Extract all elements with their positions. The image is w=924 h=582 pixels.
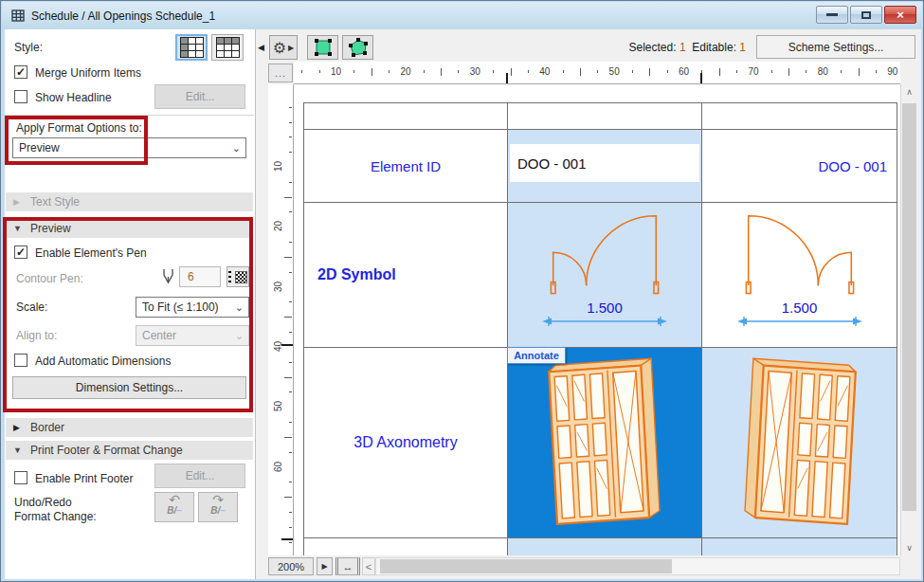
ruler-tick [859, 68, 860, 76]
pen-dots-icon [228, 271, 231, 283]
collapsed-arrow-icon: ▶ [13, 423, 23, 432]
vertical-scrollbar-thumb[interactable] [902, 103, 916, 511]
vertical-scrollbar[interactable]: ∧ ∨ [900, 84, 916, 555]
table-cell[interactable] [304, 538, 508, 555]
minimize-button[interactable] [816, 6, 848, 24]
cell-3d-axonometry-selected[interactable]: Annotate [508, 348, 702, 538]
table-cell[interactable] [508, 103, 702, 130]
cell-element-id-selected[interactable]: DOO - 001 [508, 130, 702, 203]
element-id-edit-field[interactable]: DOO - 001 [510, 144, 699, 182]
align-to-dropdown[interactable]: Center ⌄ [136, 325, 249, 346]
enable-elements-pen-checkbox[interactable]: ✓ [14, 246, 27, 259]
chevron-down-icon: ⌄ [235, 301, 248, 314]
style-rows-icon [216, 37, 240, 58]
expanded-arrow-icon: ▼ [13, 224, 23, 233]
ruler-tick [876, 70, 877, 73]
fit-width-button[interactable]: ↔ [335, 557, 360, 575]
scroll-left-icon[interactable]: < [362, 557, 375, 575]
table-cell[interactable] [304, 103, 508, 130]
row-label-element-id[interactable]: Element ID [304, 130, 508, 203]
check-icon: ✓ [16, 246, 26, 259]
section-border[interactable]: ▶ Border [6, 418, 253, 437]
restore-button[interactable] [850, 6, 882, 24]
ruler-number: 60 [273, 461, 283, 471]
row-label-2d-symbol[interactable]: 2D Symbol [304, 203, 508, 348]
ruler-number: 60 [679, 66, 689, 77]
horizontal-scrollbar-thumb[interactable] [380, 559, 672, 573]
select-polygon-button[interactable] [342, 35, 373, 60]
selection-rectangle-icon [313, 37, 334, 58]
cell-2d-symbol[interactable]: 1.500 [702, 203, 897, 348]
preview-options-button[interactable]: ⚙ ▶ [269, 35, 298, 60]
apply-format-options-dropdown[interactable]: Preview ⌄ [12, 137, 246, 158]
cell-2d-symbol-selected[interactable]: 1.500 [508, 203, 702, 348]
style-by-row-button[interactable] [211, 34, 244, 61]
pen-color-button[interactable] [226, 266, 249, 287]
close-button[interactable]: × [884, 6, 916, 24]
dimension: 1.500 [541, 300, 668, 327]
scale-label: Scale: [16, 300, 47, 314]
dimension-settings-button[interactable]: Dimension Settings... [12, 376, 246, 399]
select-area-button[interactable] [307, 35, 338, 60]
ruler-selection-marker [700, 73, 702, 84]
contour-pen-value-field[interactable]: 6 [179, 266, 221, 287]
chevron-down-icon: ⌄ [235, 330, 248, 342]
ruler-tick [289, 391, 292, 392]
undo-redo-label-line2: Format Change: [14, 510, 97, 523]
ruler-tick [632, 70, 633, 73]
section-text-style[interactable]: ▶ Text Style [6, 192, 253, 211]
ruler-tick [289, 107, 292, 108]
ruler-number: 40 [273, 341, 283, 352]
ruler-tick [597, 70, 598, 73]
undo-format-button[interactable]: ↶ B/– [154, 492, 194, 522]
titlebar[interactable]: Schedule / All Openings Schedule_1 × [2, 2, 922, 29]
ruler-tick [301, 70, 302, 73]
enable-elements-pen-label: Enable Element's Pen [35, 246, 147, 260]
cell-3d-axonometry[interactable] [702, 348, 897, 538]
table-cell[interactable] [508, 538, 702, 555]
enable-print-footer-label: Enable Print Footer [35, 472, 133, 485]
show-headline-checkbox[interactable] [14, 90, 27, 103]
apply-format-options-label: Apply Format Options to: [16, 121, 142, 135]
ruler-tick [289, 272, 292, 273]
redo-icon: ↷ [212, 493, 224, 506]
door-3d-axonometry-mirrored [734, 352, 866, 534]
zoom-flyout-button[interactable]: ▶ [317, 557, 333, 575]
edit-headline-button[interactable]: Edit... [154, 84, 245, 109]
ruler-tick [528, 70, 529, 73]
add-automatic-dimensions-checkbox[interactable] [14, 354, 27, 367]
ruler-tick [841, 70, 842, 73]
zoom-level-button[interactable]: 200% [268, 557, 314, 575]
cell-element-id[interactable]: DOO - 001 [702, 130, 897, 203]
ruler-options-button[interactable]: ... [268, 64, 293, 82]
ruler-tick [580, 68, 581, 76]
scale-dropdown[interactable]: To Fit (≤ 1:100) ⌄ [136, 297, 249, 318]
ruler-selection-marker [281, 538, 293, 540]
scroll-up-icon[interactable]: ∧ [901, 84, 917, 100]
scroll-down-icon[interactable]: ∨ [901, 540, 917, 555]
horizontal-scrollbar[interactable] [375, 557, 900, 575]
style-by-column-button[interactable] [175, 34, 208, 61]
ruler-tick [284, 497, 292, 498]
section-print-footer[interactable]: ▼ Print Footer & Format Change [6, 441, 253, 460]
style-columns-icon [180, 37, 204, 58]
section-preview[interactable]: ▼ Preview [6, 219, 253, 238]
ruler-tick [389, 70, 390, 73]
ruler-tick [493, 70, 494, 73]
redo-format-button[interactable]: ↷ B/– [198, 492, 238, 522]
ruler-tick [511, 68, 512, 76]
scheme-settings-button[interactable]: Scheme Settings... [756, 35, 915, 59]
merge-uniform-items-checkbox[interactable]: ✓ [14, 65, 27, 79]
ruler-tick [771, 70, 772, 73]
ruler-tick [289, 211, 292, 212]
contour-pen-label: Contour Pen: [16, 272, 83, 285]
collapsed-arrow-icon: ▶ [13, 197, 23, 207]
preview-canvas[interactable]: Element ID DOO - 001 DOO - 001 2D Symbol [294, 84, 900, 555]
collapse-panel-arrow[interactable]: ◀ [258, 43, 264, 52]
ruler-tick [788, 68, 789, 76]
table-cell[interactable] [702, 538, 897, 555]
row-label-3d-axonometry[interactable]: 3D Axonometry [304, 348, 508, 538]
table-cell[interactable] [702, 103, 897, 130]
edit-footer-button[interactable]: Edit... [154, 464, 245, 488]
enable-print-footer-checkbox[interactable] [14, 471, 27, 484]
